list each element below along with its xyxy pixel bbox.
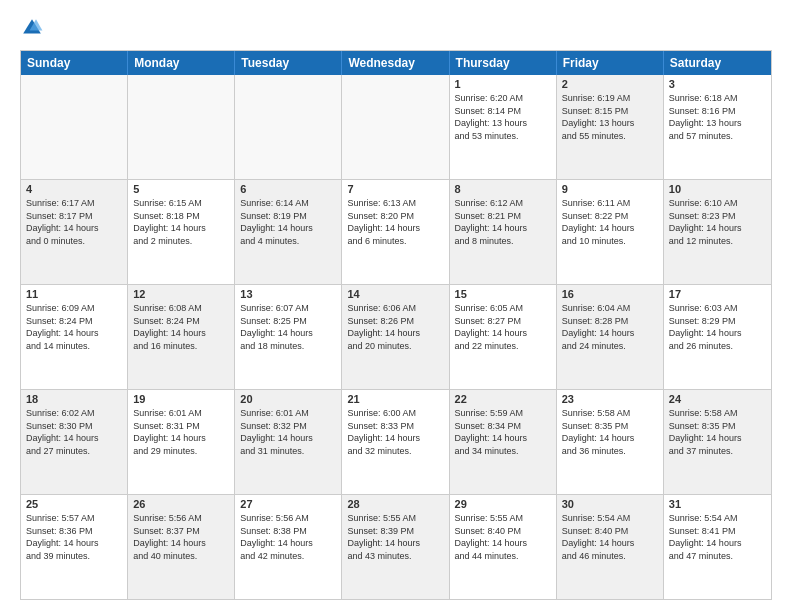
cell-info: Sunrise: 6:05 AMSunset: 8:27 PMDaylight:… bbox=[455, 302, 551, 352]
day-number: 18 bbox=[26, 393, 122, 405]
calendar-cell-2-6: 9Sunrise: 6:11 AMSunset: 8:22 PMDaylight… bbox=[557, 180, 664, 284]
calendar-body: 1Sunrise: 6:20 AMSunset: 8:14 PMDaylight… bbox=[21, 75, 771, 599]
day-number: 22 bbox=[455, 393, 551, 405]
cell-info: Sunrise: 6:19 AMSunset: 8:15 PMDaylight:… bbox=[562, 92, 658, 142]
calendar-cell-4-7: 24Sunrise: 5:58 AMSunset: 8:35 PMDayligh… bbox=[664, 390, 771, 494]
cell-info: Sunrise: 6:06 AMSunset: 8:26 PMDaylight:… bbox=[347, 302, 443, 352]
day-number: 13 bbox=[240, 288, 336, 300]
calendar-cell-4-1: 18Sunrise: 6:02 AMSunset: 8:30 PMDayligh… bbox=[21, 390, 128, 494]
cell-info: Sunrise: 6:03 AMSunset: 8:29 PMDaylight:… bbox=[669, 302, 766, 352]
calendar-cell-2-5: 8Sunrise: 6:12 AMSunset: 8:21 PMDaylight… bbox=[450, 180, 557, 284]
calendar-cell-3-4: 14Sunrise: 6:06 AMSunset: 8:26 PMDayligh… bbox=[342, 285, 449, 389]
calendar-cell-1-5: 1Sunrise: 6:20 AMSunset: 8:14 PMDaylight… bbox=[450, 75, 557, 179]
calendar-cell-2-7: 10Sunrise: 6:10 AMSunset: 8:23 PMDayligh… bbox=[664, 180, 771, 284]
day-number: 26 bbox=[133, 498, 229, 510]
day-number: 9 bbox=[562, 183, 658, 195]
calendar-cell-4-6: 23Sunrise: 5:58 AMSunset: 8:35 PMDayligh… bbox=[557, 390, 664, 494]
day-number: 12 bbox=[133, 288, 229, 300]
calendar-cell-4-2: 19Sunrise: 6:01 AMSunset: 8:31 PMDayligh… bbox=[128, 390, 235, 494]
calendar-cell-5-4: 28Sunrise: 5:55 AMSunset: 8:39 PMDayligh… bbox=[342, 495, 449, 599]
logo bbox=[20, 16, 48, 40]
calendar-cell-4-5: 22Sunrise: 5:59 AMSunset: 8:34 PMDayligh… bbox=[450, 390, 557, 494]
calendar-cell-4-4: 21Sunrise: 6:00 AMSunset: 8:33 PMDayligh… bbox=[342, 390, 449, 494]
cell-info: Sunrise: 6:10 AMSunset: 8:23 PMDaylight:… bbox=[669, 197, 766, 247]
calendar-header: SundayMondayTuesdayWednesdayThursdayFrid… bbox=[21, 51, 771, 75]
header-day-saturday: Saturday bbox=[664, 51, 771, 75]
page-header bbox=[20, 16, 772, 40]
cell-info: Sunrise: 5:59 AMSunset: 8:34 PMDaylight:… bbox=[455, 407, 551, 457]
day-number: 28 bbox=[347, 498, 443, 510]
calendar-cell-2-2: 5Sunrise: 6:15 AMSunset: 8:18 PMDaylight… bbox=[128, 180, 235, 284]
header-day-thursday: Thursday bbox=[450, 51, 557, 75]
header-day-wednesday: Wednesday bbox=[342, 51, 449, 75]
day-number: 10 bbox=[669, 183, 766, 195]
calendar-row-1: 1Sunrise: 6:20 AMSunset: 8:14 PMDaylight… bbox=[21, 75, 771, 180]
logo-icon bbox=[20, 16, 44, 40]
calendar-cell-3-3: 13Sunrise: 6:07 AMSunset: 8:25 PMDayligh… bbox=[235, 285, 342, 389]
day-number: 4 bbox=[26, 183, 122, 195]
calendar-cell-3-7: 17Sunrise: 6:03 AMSunset: 8:29 PMDayligh… bbox=[664, 285, 771, 389]
day-number: 2 bbox=[562, 78, 658, 90]
day-number: 7 bbox=[347, 183, 443, 195]
cell-info: Sunrise: 5:55 AMSunset: 8:39 PMDaylight:… bbox=[347, 512, 443, 562]
cell-info: Sunrise: 6:07 AMSunset: 8:25 PMDaylight:… bbox=[240, 302, 336, 352]
cell-info: Sunrise: 5:55 AMSunset: 8:40 PMDaylight:… bbox=[455, 512, 551, 562]
cell-info: Sunrise: 6:04 AMSunset: 8:28 PMDaylight:… bbox=[562, 302, 658, 352]
calendar-cell-5-2: 26Sunrise: 5:56 AMSunset: 8:37 PMDayligh… bbox=[128, 495, 235, 599]
cell-info: Sunrise: 6:14 AMSunset: 8:19 PMDaylight:… bbox=[240, 197, 336, 247]
cell-info: Sunrise: 5:56 AMSunset: 8:37 PMDaylight:… bbox=[133, 512, 229, 562]
calendar-cell-2-1: 4Sunrise: 6:17 AMSunset: 8:17 PMDaylight… bbox=[21, 180, 128, 284]
day-number: 31 bbox=[669, 498, 766, 510]
cell-info: Sunrise: 5:54 AMSunset: 8:40 PMDaylight:… bbox=[562, 512, 658, 562]
header-day-sunday: Sunday bbox=[21, 51, 128, 75]
calendar-cell-1-6: 2Sunrise: 6:19 AMSunset: 8:15 PMDaylight… bbox=[557, 75, 664, 179]
cell-info: Sunrise: 6:18 AMSunset: 8:16 PMDaylight:… bbox=[669, 92, 766, 142]
day-number: 5 bbox=[133, 183, 229, 195]
cell-info: Sunrise: 6:12 AMSunset: 8:21 PMDaylight:… bbox=[455, 197, 551, 247]
calendar-cell-4-3: 20Sunrise: 6:01 AMSunset: 8:32 PMDayligh… bbox=[235, 390, 342, 494]
calendar-cell-1-2 bbox=[128, 75, 235, 179]
day-number: 16 bbox=[562, 288, 658, 300]
calendar-cell-1-3 bbox=[235, 75, 342, 179]
calendar-cell-3-6: 16Sunrise: 6:04 AMSunset: 8:28 PMDayligh… bbox=[557, 285, 664, 389]
calendar-cell-2-3: 6Sunrise: 6:14 AMSunset: 8:19 PMDaylight… bbox=[235, 180, 342, 284]
cell-info: Sunrise: 5:56 AMSunset: 8:38 PMDaylight:… bbox=[240, 512, 336, 562]
day-number: 30 bbox=[562, 498, 658, 510]
calendar-cell-3-2: 12Sunrise: 6:08 AMSunset: 8:24 PMDayligh… bbox=[128, 285, 235, 389]
calendar-row-4: 18Sunrise: 6:02 AMSunset: 8:30 PMDayligh… bbox=[21, 390, 771, 495]
header-day-monday: Monday bbox=[128, 51, 235, 75]
calendar-cell-1-4 bbox=[342, 75, 449, 179]
cell-info: Sunrise: 6:17 AMSunset: 8:17 PMDaylight:… bbox=[26, 197, 122, 247]
calendar-cell-5-1: 25Sunrise: 5:57 AMSunset: 8:36 PMDayligh… bbox=[21, 495, 128, 599]
calendar-cell-5-6: 30Sunrise: 5:54 AMSunset: 8:40 PMDayligh… bbox=[557, 495, 664, 599]
calendar-cell-5-5: 29Sunrise: 5:55 AMSunset: 8:40 PMDayligh… bbox=[450, 495, 557, 599]
calendar-cell-3-5: 15Sunrise: 6:05 AMSunset: 8:27 PMDayligh… bbox=[450, 285, 557, 389]
calendar-row-3: 11Sunrise: 6:09 AMSunset: 8:24 PMDayligh… bbox=[21, 285, 771, 390]
cell-info: Sunrise: 6:11 AMSunset: 8:22 PMDaylight:… bbox=[562, 197, 658, 247]
day-number: 21 bbox=[347, 393, 443, 405]
day-number: 17 bbox=[669, 288, 766, 300]
header-day-tuesday: Tuesday bbox=[235, 51, 342, 75]
cell-info: Sunrise: 6:02 AMSunset: 8:30 PMDaylight:… bbox=[26, 407, 122, 457]
calendar-row-5: 25Sunrise: 5:57 AMSunset: 8:36 PMDayligh… bbox=[21, 495, 771, 599]
cell-info: Sunrise: 5:57 AMSunset: 8:36 PMDaylight:… bbox=[26, 512, 122, 562]
cell-info: Sunrise: 6:08 AMSunset: 8:24 PMDaylight:… bbox=[133, 302, 229, 352]
calendar-cell-5-7: 31Sunrise: 5:54 AMSunset: 8:41 PMDayligh… bbox=[664, 495, 771, 599]
day-number: 3 bbox=[669, 78, 766, 90]
day-number: 23 bbox=[562, 393, 658, 405]
calendar-cell-1-1 bbox=[21, 75, 128, 179]
calendar-cell-1-7: 3Sunrise: 6:18 AMSunset: 8:16 PMDaylight… bbox=[664, 75, 771, 179]
calendar: SundayMondayTuesdayWednesdayThursdayFrid… bbox=[20, 50, 772, 600]
day-number: 8 bbox=[455, 183, 551, 195]
day-number: 6 bbox=[240, 183, 336, 195]
day-number: 1 bbox=[455, 78, 551, 90]
calendar-cell-2-4: 7Sunrise: 6:13 AMSunset: 8:20 PMDaylight… bbox=[342, 180, 449, 284]
cell-info: Sunrise: 6:01 AMSunset: 8:31 PMDaylight:… bbox=[133, 407, 229, 457]
day-number: 20 bbox=[240, 393, 336, 405]
calendar-cell-5-3: 27Sunrise: 5:56 AMSunset: 8:38 PMDayligh… bbox=[235, 495, 342, 599]
day-number: 11 bbox=[26, 288, 122, 300]
cell-info: Sunrise: 6:20 AMSunset: 8:14 PMDaylight:… bbox=[455, 92, 551, 142]
cell-info: Sunrise: 5:58 AMSunset: 8:35 PMDaylight:… bbox=[669, 407, 766, 457]
calendar-row-2: 4Sunrise: 6:17 AMSunset: 8:17 PMDaylight… bbox=[21, 180, 771, 285]
cell-info: Sunrise: 6:00 AMSunset: 8:33 PMDaylight:… bbox=[347, 407, 443, 457]
